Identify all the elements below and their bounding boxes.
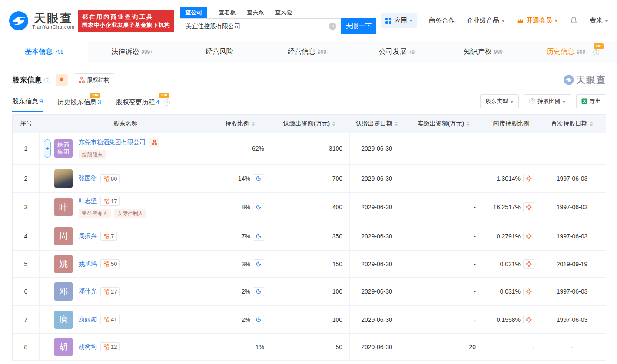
penetration-icon-button[interactable] — [523, 287, 534, 296]
equity-structure-button[interactable]: 股权结构 — [74, 73, 114, 86]
shareholder-name-link[interactable]: 庾丽媚 — [79, 316, 97, 324]
pie-chart-icon-button[interactable] — [253, 259, 264, 268]
row-holding-ratio: 2% — [211, 278, 269, 305]
shareholder-avatar[interactable]: 周 — [54, 227, 73, 245]
logo-domain: TianYanCha.com — [32, 24, 75, 30]
sort-icon[interactable] — [590, 122, 593, 126]
shareholder-name-link[interactable]: 姚旭鸿 — [79, 260, 97, 268]
row-indirect-ratio: 16.2517% — [483, 193, 539, 222]
shareholder-avatar[interactable] — [54, 169, 73, 188]
tab-count: 999+ — [141, 49, 153, 55]
app-grid-icon — [385, 17, 392, 24]
search-tab-company[interactable]: 查公司 — [180, 7, 207, 18]
nav-enterprise[interactable]: 企业级产品 — [467, 17, 505, 25]
tab-business-info[interactable]: 经营信息 999+ — [265, 41, 353, 63]
sort-icon[interactable] — [466, 122, 470, 126]
sort-icon[interactable] — [395, 122, 398, 126]
shareholder-tag: 实际控制人 — [114, 209, 146, 218]
pie-chart-icon — [255, 175, 262, 182]
row-shareholder: 周 周振兴 7 — [40, 222, 211, 250]
relation-graph-icon — [103, 199, 109, 204]
relation-badge[interactable]: 27 — [100, 287, 120, 296]
tianyancha-logo[interactable]: 天眼查 TianYanCha.com — [9, 11, 75, 31]
col-paid-capital[interactable]: 实缴出资额(万元) — [404, 115, 483, 133]
tab-basic-info[interactable]: 基本信息 708 — [0, 41, 88, 63]
monitor-bell-button[interactable] — [56, 74, 68, 86]
export-button[interactable]: 导出 — [576, 94, 606, 108]
shareholder-avatar[interactable]: 姚 — [54, 255, 73, 273]
pie-chart-icon-button[interactable] — [253, 315, 264, 324]
search-input[interactable] — [180, 18, 341, 34]
equity-penetration-icon — [526, 317, 532, 323]
shareholder-avatar[interactable]: 庾 — [54, 311, 73, 329]
table-row: 5 姚 姚旭鸿 50 — [13, 251, 606, 278]
search-button[interactable]: 天眼一下 — [341, 18, 376, 34]
pie-chart-icon-button[interactable] — [253, 203, 264, 212]
help-icon[interactable]: ? — [164, 99, 170, 106]
shareholder-type-filter[interactable]: 股东类型 — [480, 94, 519, 108]
col-first-holding-date[interactable]: 首次持股日期 — [539, 115, 605, 133]
relation-badge[interactable]: 12 — [100, 342, 120, 351]
help-icon[interactable]: ? — [44, 77, 50, 83]
penetration-icon-button[interactable] — [523, 259, 534, 269]
search-tab-risk[interactable]: 查风险 — [275, 7, 292, 18]
search-tab-relation[interactable]: 查关系 — [247, 7, 264, 18]
shareholder-name-link[interactable]: 东莞市糖酒集团有限公司 — [79, 139, 146, 146]
help-icon[interactable]: ? — [593, 49, 599, 55]
relation-badge[interactable]: 80 — [100, 174, 120, 183]
holding-ratio-filter[interactable]: ? 持股比例 — [524, 94, 571, 108]
shareholder-name-link[interactable]: 周振兴 — [79, 232, 97, 240]
table-toolbar: 股东类型 ? 持股比例 导出 — [480, 94, 606, 112]
col-indirect-ratio: 间接持股比例 — [483, 115, 539, 133]
penetration-icon-button[interactable] — [523, 315, 534, 324]
shareholder-name-link[interactable]: 胡树均 — [79, 343, 97, 351]
bell-icon[interactable] — [570, 17, 578, 25]
shareholder-avatar[interactable]: 糖酒集团 — [54, 139, 73, 158]
search-tab-boss[interactable]: 查老板 — [219, 7, 236, 18]
subtab-shareholders[interactable]: 股东信息9 — [12, 97, 43, 112]
row-indirect-ratio: - — [483, 133, 539, 164]
row-first-holding-date: 2019-09-19 — [539, 251, 605, 277]
relation-badge[interactable]: 7 — [100, 232, 117, 241]
sort-icon[interactable] — [252, 122, 255, 126]
nav-user[interactable]: 费米 — [590, 17, 608, 25]
shareholder-avatar[interactable]: 邓 — [54, 282, 73, 301]
col-shareholder-name: 股东名称 — [40, 115, 211, 133]
col-holding-ratio[interactable]: 持股比例 — [211, 115, 269, 133]
shareholder-name-link[interactable]: 邓伟光 — [79, 288, 97, 295]
tab-company-development[interactable]: 公司发展 79 — [352, 41, 441, 63]
shareholder-table: 序号 股东名称 持股比例 认缴出资额(万元) 认缴出资日期 实缴出资额(万元) … — [12, 114, 606, 361]
col-subscribed-capital[interactable]: 认缴出资额(万元) — [269, 115, 350, 133]
pie-chart-icon-button[interactable] — [253, 287, 264, 296]
nav-open-vip[interactable]: 开通会员 — [517, 17, 558, 25]
relation-badge[interactable]: 50 — [100, 259, 120, 268]
tab-history-info[interactable]: VIP 历史信息 999+ ? — [529, 41, 617, 63]
nav-cooperation[interactable]: 商务合作 — [429, 17, 455, 25]
row-indirect-ratio: 0.031% — [483, 251, 539, 277]
penetration-icon-button[interactable] — [523, 174, 534, 183]
shareholder-name-link[interactable]: 叶志坚 — [79, 197, 97, 205]
expand-button[interactable]: + — [44, 139, 51, 158]
sort-icon[interactable] — [332, 122, 335, 126]
subtab-history-shareholders[interactable]: VIP 历史股东信息3 — [57, 98, 101, 112]
pie-chart-icon-button[interactable] — [253, 174, 264, 183]
tab-legal-lawsuits[interactable]: 法律诉讼 999+ — [88, 41, 176, 63]
penetration-icon-button[interactable] — [523, 232, 534, 241]
shareholder-avatar[interactable]: 胡 — [54, 338, 73, 356]
equity-structure-icon-button[interactable] — [149, 138, 159, 147]
relation-badge[interactable]: 41 — [100, 315, 120, 324]
penetration-icon-button[interactable] — [523, 202, 534, 212]
help-icon: ? — [529, 98, 535, 104]
relation-graph-icon — [103, 344, 109, 350]
relation-badge[interactable]: 17 — [100, 197, 120, 206]
shareholder-name-link[interactable]: 张国衡 — [79, 175, 97, 182]
tab-intellectual-property[interactable]: 知识产权 999+ — [441, 41, 529, 63]
pie-chart-icon-button[interactable] — [253, 232, 264, 241]
chevron-down-icon — [510, 101, 514, 103]
col-subscribed-date[interactable]: 认缴出资日期 — [350, 115, 404, 133]
slogan-line2: 国家中小企业发展子基金旗下机构 — [82, 21, 170, 29]
subtab-equity-change-history[interactable]: VIP 股权变更历程4 ? — [116, 98, 170, 112]
nav-apps[interactable]: 应用 — [381, 13, 417, 28]
tab-operational-risk[interactable]: 经营风险 — [176, 41, 265, 63]
shareholder-avatar[interactable]: 叶 — [54, 198, 73, 216]
